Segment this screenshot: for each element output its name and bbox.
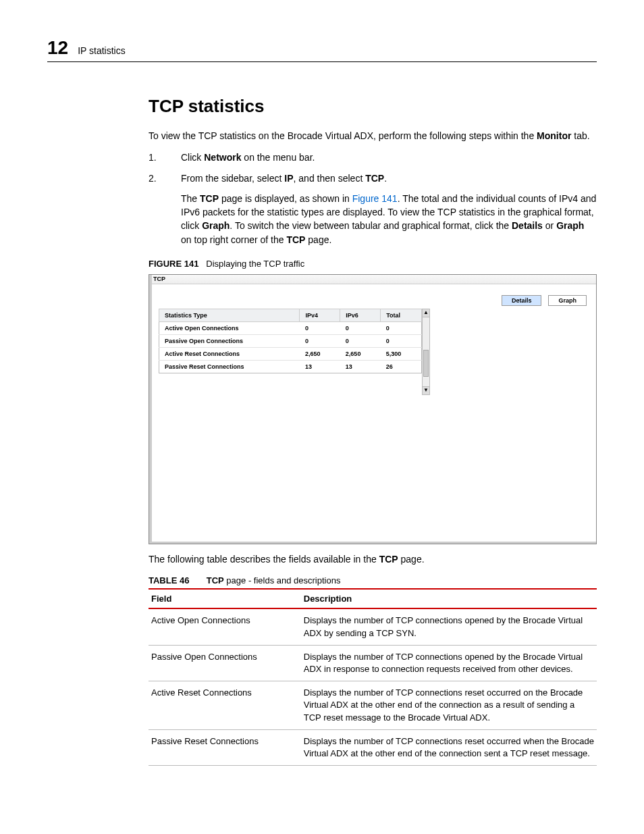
col-description: Description bbox=[301, 589, 597, 608]
step-2: 2. From the sidebar, select IP, and then… bbox=[149, 172, 597, 185]
figure-link[interactable]: Figure 141 bbox=[352, 193, 398, 204]
figure-scrollbar[interactable]: ▲ ▼ bbox=[422, 309, 430, 395]
chapter-number: 12 bbox=[47, 37, 68, 59]
tab-details[interactable]: Details bbox=[502, 295, 542, 306]
table-row: Passive Open Connections Displays the nu… bbox=[149, 645, 597, 681]
table-row: Active Open Connections 0 0 0 bbox=[159, 322, 422, 335]
table-46: Field Description Active Open Connection… bbox=[149, 588, 597, 766]
table-row: Active Open Connections Displays the num… bbox=[149, 608, 597, 645]
figure-panel-title: TCP bbox=[149, 275, 596, 284]
figure-caption: FIGURE 141 Displaying the TCP traffic bbox=[149, 259, 597, 269]
page-title: TCP statistics bbox=[149, 96, 597, 117]
section-title: IP statistics bbox=[78, 45, 126, 56]
table-caption: TABLE 46 TCP page - fields and descripti… bbox=[149, 575, 597, 585]
col-stat-type: Statistics Type bbox=[159, 309, 300, 322]
step-2-detail: The TCP page is displayed, as shown in F… bbox=[181, 192, 597, 246]
table-row: Passive Reset Connections Displays the n… bbox=[149, 729, 597, 765]
page-header: 12 IP statistics bbox=[47, 37, 597, 62]
table-row: Active Reset Connections Displays the nu… bbox=[149, 681, 597, 730]
figure-tabs: Details Graph bbox=[502, 295, 587, 306]
tab-graph[interactable]: Graph bbox=[548, 295, 587, 306]
col-ipv4: IPv4 bbox=[300, 309, 340, 322]
table-row: Passive Open Connections 0 0 0 bbox=[159, 335, 422, 348]
figure-141: TCP Details Graph Statistics Type IPv4 I… bbox=[149, 274, 597, 544]
scroll-up-icon[interactable]: ▲ bbox=[423, 309, 429, 317]
after-figure-text: The following table describes the fields… bbox=[149, 552, 597, 566]
col-total: Total bbox=[381, 309, 422, 322]
scroll-down-icon[interactable]: ▼ bbox=[423, 386, 429, 394]
figure-stats-table: Statistics Type IPv4 IPv6 Total Active O… bbox=[159, 309, 422, 373]
col-field: Field bbox=[149, 589, 301, 608]
intro-paragraph: To view the TCP statistics on the Brocad… bbox=[149, 129, 597, 142]
scroll-thumb[interactable] bbox=[423, 350, 429, 377]
col-ipv6: IPv6 bbox=[340, 309, 381, 322]
step-1: 1. Click Network on the menu bar. bbox=[149, 151, 597, 164]
table-row: Active Reset Connections 2,650 2,650 5,3… bbox=[159, 348, 422, 361]
table-row: Passive Reset Connections 13 13 26 bbox=[159, 361, 422, 373]
